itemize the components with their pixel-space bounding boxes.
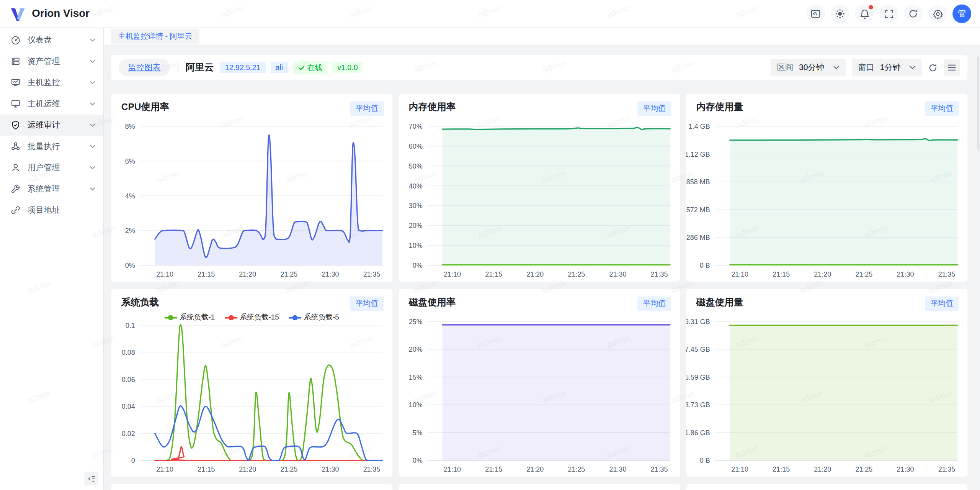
sidebar-item-label: 主机监控 xyxy=(28,77,83,88)
sidebar-item-user-management[interactable]: 用户管理 xyxy=(0,157,103,179)
sidebar-item-label: 项目地址 xyxy=(28,205,96,216)
svg-text:0.08: 0.08 xyxy=(122,349,135,356)
fullscreen-button[interactable] xyxy=(879,4,898,23)
svg-text:5%: 5% xyxy=(413,429,423,437)
chart-card-memory-usage-rate: 0%10%20%30%40%50%60%70%21:1021:1521:2021… xyxy=(399,94,680,282)
system-load-chart: 00.020.040.060.080.121:1021:1521:2021:25… xyxy=(111,289,393,477)
legend-label: 系统负载-1 xyxy=(180,313,215,322)
svg-text:0%: 0% xyxy=(413,457,423,464)
aggregation-badge[interactable]: 平均值 xyxy=(925,101,959,116)
host-name: 阿里云 xyxy=(186,62,214,74)
viewport: Orion Visor xyxy=(0,0,980,490)
svg-text:21:10: 21:10 xyxy=(731,270,748,278)
svg-text:21:30: 21:30 xyxy=(609,465,627,473)
svg-text:21:10: 21:10 xyxy=(444,465,461,473)
aggregation-badge[interactable]: 平均值 xyxy=(637,101,671,116)
chart-card-disk-usage-amount: 0 B1.86 GB3.73 GB5.59 GB7.45 GB9.31 GB21… xyxy=(686,289,968,477)
svg-text:0 B: 0 B xyxy=(700,262,710,269)
notifications-button[interactable] xyxy=(855,4,874,23)
svg-text:0 B: 0 B xyxy=(700,457,710,464)
chart-svg: 0 B286 MB572 MB858 MB1.12 GB1.4 GB21:102… xyxy=(686,94,968,282)
fullscreen-icon xyxy=(884,9,893,18)
disk-usage-rate-chart: 0%5%10%15%20%25%21:1021:1521:2021:2521:3… xyxy=(399,289,680,477)
svg-text:7.45 GB: 7.45 GB xyxy=(686,346,710,353)
sidebar: 仪表盘 资产管理 主机监控 xyxy=(0,28,104,490)
sidebar-item-assets[interactable]: 资产管理 xyxy=(0,51,103,72)
dev-tools-button[interactable] xyxy=(806,4,825,23)
svg-text:2%: 2% xyxy=(125,227,135,234)
monitor-chart-icon xyxy=(11,77,21,87)
chart-svg: 0%2%4%6%8%21:1021:1521:2021:2521:3021:35 xyxy=(111,94,393,282)
svg-text:0.04: 0.04 xyxy=(122,403,135,410)
svg-text:21:15: 21:15 xyxy=(485,465,502,473)
legend-item[interactable]: 系统负载-15 xyxy=(225,313,279,322)
header-actions: 管 xyxy=(806,4,980,23)
svg-text:40%: 40% xyxy=(409,182,423,190)
chart-card-partial xyxy=(686,484,968,490)
legend-item[interactable]: 系统负载-5 xyxy=(289,313,339,322)
user-avatar[interactable]: 管 xyxy=(952,4,971,23)
app-header: Orion Visor xyxy=(0,0,980,28)
svg-text:21:30: 21:30 xyxy=(897,465,914,473)
sidebar-item-host-ops[interactable]: 主机运维 xyxy=(0,93,103,115)
bell-icon xyxy=(859,8,870,19)
sidebar-item-label: 主机运维 xyxy=(28,98,83,109)
svg-text:1.12 GB: 1.12 GB xyxy=(686,151,710,158)
legend-marker xyxy=(165,314,177,320)
legend-item[interactable]: 系统负载-1 xyxy=(165,313,215,322)
chart-card-system-load: 00.020.040.060.080.121:1021:1521:2021:25… xyxy=(111,289,393,477)
legend-marker xyxy=(225,314,237,320)
aggregation-badge[interactable]: 平均值 xyxy=(637,297,671,311)
svg-text:0: 0 xyxy=(131,457,135,464)
refresh-charts-button[interactable] xyxy=(928,63,937,72)
refresh-page-button[interactable] xyxy=(904,4,923,23)
online-check-icon xyxy=(298,64,305,71)
sidebar-item-label: 批量执行 xyxy=(28,141,83,152)
svg-text:21:30: 21:30 xyxy=(897,270,914,278)
main-content: 监控图表 阿里云 12.92.5.21 ali 在线 v1.0.0 区间 30分… xyxy=(104,45,980,490)
svg-text:70%: 70% xyxy=(409,123,423,130)
host-toolbar: 监控图表 阿里云 12.92.5.21 ali 在线 v1.0.0 区间 30分… xyxy=(111,55,968,80)
svg-text:286 MB: 286 MB xyxy=(686,234,710,241)
range-select-label: 区间 xyxy=(777,62,793,73)
tab-host-monitor-detail[interactable]: 主机监控详情 - 阿里云 xyxy=(111,29,199,44)
sidebar-item-label: 运维审计 xyxy=(28,120,83,131)
svg-text:21:25: 21:25 xyxy=(855,465,872,473)
brightness-sun-icon xyxy=(835,9,845,19)
aggregation-badge[interactable]: 平均值 xyxy=(350,297,384,311)
svg-text:21:10: 21:10 xyxy=(156,465,173,473)
svg-text:21:35: 21:35 xyxy=(651,270,668,278)
sidebar-item-host-monitoring[interactable]: 主机监控 xyxy=(0,72,103,93)
monitor-charts-view-button[interactable]: 监控图表 xyxy=(119,59,170,76)
sidebar-item-ops-audit[interactable]: 运维审计 xyxy=(0,115,103,136)
menu-fold-icon xyxy=(87,474,95,482)
svg-text:0.02: 0.02 xyxy=(122,430,135,438)
svg-text:21:30: 21:30 xyxy=(609,270,627,278)
settings-button[interactable] xyxy=(928,4,947,23)
aggregation-badge[interactable]: 平均值 xyxy=(925,297,959,311)
svg-text:21:10: 21:10 xyxy=(731,465,748,473)
sidebar-item-project-link[interactable]: 项目地址 xyxy=(0,200,103,221)
sidebar-item-label: 仪表盘 xyxy=(28,34,83,46)
svg-text:8%: 8% xyxy=(125,123,135,130)
chart-legend: 系统负载-1系统负载-15系统负载-5 xyxy=(111,313,393,322)
legend-label: 系统负载-15 xyxy=(240,313,279,322)
svg-text:21:20: 21:20 xyxy=(814,270,831,278)
svg-text:21:10: 21:10 xyxy=(444,270,461,278)
theme-brightness-button[interactable] xyxy=(831,4,849,23)
chevron-down-icon xyxy=(89,38,95,42)
chart-layout-menu-button[interactable] xyxy=(944,59,960,75)
window-select[interactable]: 窗口 1分钟 xyxy=(852,59,922,76)
chevron-down-icon xyxy=(833,66,839,69)
chevron-down-icon xyxy=(89,102,95,106)
aggregation-badge[interactable]: 平均值 xyxy=(350,101,384,116)
range-select[interactable]: 区间 30分钟 xyxy=(771,59,846,76)
sidebar-collapse-button[interactable] xyxy=(84,472,98,485)
sidebar-item-system-management[interactable]: 系统管理 xyxy=(0,178,103,200)
sidebar-item-batch-exec[interactable]: 批量执行 xyxy=(0,136,103,157)
svg-text:21:25: 21:25 xyxy=(855,270,872,278)
scrollbar-thumb[interactable] xyxy=(977,56,980,150)
brand: Orion Visor xyxy=(0,5,90,22)
chart-svg: 0%10%20%30%40%50%60%70%21:1021:1521:2021… xyxy=(399,94,680,282)
sidebar-item-dashboard[interactable]: 仪表盘 xyxy=(0,29,103,51)
